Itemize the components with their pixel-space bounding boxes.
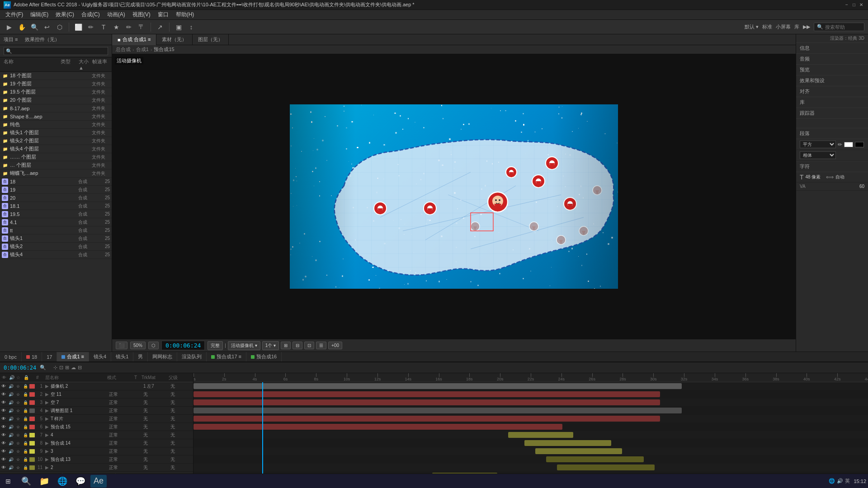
list-item[interactable]: 合 19.5 合成 25 (0, 210, 112, 218)
audio-icon[interactable]: 🔊 (7, 417, 14, 421)
list-item[interactable]: 合 镜头1 合成 25 (0, 235, 112, 243)
list-item[interactable]: 📁 镜头4 个图层 文件夹 (0, 145, 112, 153)
close-button[interactable]: ✕ (858, 2, 864, 8)
paragraph-section[interactable]: 段落 (796, 128, 868, 139)
solo-icon[interactable]: ☆ (14, 425, 22, 429)
track-bar[interactable] (193, 391, 660, 397)
btab-precomp16[interactable]: 预合成16 (246, 352, 282, 362)
layer-mode[interactable]: 正常 (109, 465, 136, 471)
track-bar[interactable] (193, 408, 682, 413)
tool-rotate[interactable]: ↩ (42, 22, 52, 33)
timeline-search-btn[interactable]: 🔍 (40, 365, 46, 371)
effects-presets-section[interactable]: 效果和预设 (796, 75, 868, 86)
menu-composition[interactable]: 合成(C) (78, 10, 104, 19)
list-item[interactable]: 📁 20 个图层 文件夹 (0, 96, 112, 104)
tl-layer-row[interactable]: 👁 🔊 ☆ 🔒 6 ▶ 预合成 15 正常 无 无 (0, 423, 193, 431)
tl-layer-row[interactable]: 👁 🔊 ☆ 🔒 2 ▶ 空 11 正常 无 无 (0, 390, 193, 399)
lock-icon[interactable]: 🔒 (22, 457, 29, 462)
audio-icon[interactable]: 🔊 (7, 384, 14, 389)
layer-mode[interactable]: 正常 (109, 456, 136, 463)
expand-arrow[interactable]: ▶ (44, 408, 50, 413)
vis-icon[interactable]: 👁 (0, 465, 7, 470)
track-bar[interactable] (546, 456, 644, 462)
menu-window[interactable]: 窗口 (154, 10, 172, 19)
tool-3d[interactable]: ↕ (186, 22, 197, 33)
vis-icon[interactable]: 👁 (0, 392, 7, 397)
leading-value[interactable]: 自动 (835, 174, 844, 180)
taskbar-app-search[interactable]: 🔍 (18, 475, 34, 488)
lock-icon[interactable]: 🔒 (22, 425, 29, 429)
layer-parent[interactable]: 无 (170, 424, 193, 430)
lock-icon[interactable]: 🔒 (22, 392, 29, 397)
tl-layer-row[interactable]: 👁 🔊 ☆ 🔒 4 ▶ 调整图层 1 正常 无 无 (0, 407, 193, 415)
layer-trkmat[interactable]: 无 (143, 391, 170, 398)
color-swatch-black[interactable] (855, 142, 864, 147)
audio-icon[interactable]: 🔊 (7, 400, 14, 405)
expand-arrow[interactable]: ▶ (44, 392, 50, 397)
tl-btn-motionblur[interactable]: ☁ (71, 365, 76, 371)
layer-trkmat[interactable]: 无 (143, 416, 170, 422)
expand-arrow[interactable]: ▶ (44, 400, 50, 405)
view-btn-2[interactable]: ⊟ (292, 342, 302, 349)
expand-arrow[interactable]: ▶ (44, 449, 50, 454)
tl-layer-row[interactable]: 👁 🔊 ☆ 🔒 1 ▶ 摄像机 2 1 左7 无 (0, 382, 193, 390)
lock-icon[interactable]: 🔒 (22, 441, 29, 446)
tool-zoom[interactable]: 🔍 (29, 22, 40, 33)
menu-view[interactable]: 视图(V) (129, 10, 154, 19)
zoom-level[interactable]: 50% (130, 342, 146, 349)
list-item[interactable]: 📁 镜头2 个图层 文件夹 (0, 137, 112, 145)
tl-layer-row[interactable]: 👁 🔊 ☆ 🔒 7 ▶ 4 正常 无 无 (0, 431, 193, 439)
quality-select[interactable]: 完整 (208, 341, 223, 350)
workspace-small[interactable]: 小屏幕 (776, 23, 791, 30)
maximize-button[interactable]: □ (851, 2, 857, 8)
workspace-library[interactable]: 库 (794, 23, 799, 30)
breadcrumb-total-comp[interactable]: 总合成 (116, 46, 131, 53)
library-section[interactable]: 库 (796, 97, 868, 108)
solo-icon[interactable]: ☆ (14, 433, 22, 437)
view-btn-3[interactable]: ⊡ (304, 342, 314, 349)
btab-18[interactable]: 18 (22, 352, 42, 362)
solo-icon[interactable]: ☆ (14, 400, 22, 405)
layer-mode[interactable]: 正常 (109, 440, 136, 446)
exposure-btn[interactable]: +00 (328, 342, 342, 349)
list-item[interactable]: 📁 Shape 8....aep 文件夹 (0, 113, 112, 121)
project-search-input[interactable] (4, 47, 108, 55)
menu-file[interactable]: 文件(F) (2, 10, 27, 19)
breadcrumb-comp1[interactable]: 合成1 (136, 46, 149, 53)
list-item[interactable]: 📁 …… 个图层 文件夹 (0, 153, 112, 161)
expand-arrow[interactable]: ▶ (44, 457, 50, 462)
character-select[interactable]: 相体 (800, 151, 836, 159)
track-bar[interactable] (193, 424, 562, 430)
taskbar-clock[interactable]: 15:12 (854, 479, 866, 484)
solo-icon[interactable]: ☆ (14, 449, 22, 454)
solo-icon[interactable]: ☆ (14, 384, 22, 389)
audio-icon[interactable]: 🔊 (7, 441, 14, 446)
audio-section[interactable]: 音频 (796, 54, 868, 65)
tool-text[interactable]: T (98, 22, 109, 33)
tool-puppet[interactable]: ↗ (155, 22, 165, 33)
layer-trkmat[interactable]: 无 (143, 432, 170, 438)
vis-icon[interactable]: 👁 (0, 416, 7, 421)
vis-icon[interactable]: 👁 (0, 408, 7, 413)
layer-parent[interactable]: 无 (170, 465, 193, 471)
viewer-tab-comp[interactable]: ■ 合成 合成1 ≡ (112, 34, 156, 45)
paragraph-select[interactable]: 平方 (800, 141, 836, 148)
taskbar-app-ae[interactable]: Ae (90, 475, 107, 488)
lock-icon[interactable]: 🔒 (22, 449, 29, 454)
edit-icon[interactable]: ✏ (838, 141, 842, 148)
track-bar[interactable] (535, 448, 622, 454)
track-bar[interactable] (508, 432, 573, 438)
list-item[interactable]: 合 镜头4 合成 25 (0, 251, 112, 259)
vis-icon[interactable]: 👁 (0, 424, 7, 429)
lock-icon[interactable]: 🔒 (22, 408, 29, 413)
align-section[interactable]: 对齐 (796, 86, 868, 97)
preview-area[interactable]: 活动摄像机 (112, 54, 796, 339)
layer-mode[interactable]: 正常 (109, 391, 136, 398)
layer-parent[interactable]: 无 (170, 416, 193, 422)
layer-trkmat[interactable]: 无 (143, 448, 170, 455)
list-item[interactable]: 合 18.1 合成 25 (0, 202, 112, 210)
layer-parent[interactable]: 无 (170, 432, 193, 438)
layer-trkmat[interactable]: 无 (143, 465, 170, 471)
solo-icon[interactable]: ☆ (14, 408, 22, 413)
layer-trkmat[interactable]: 无 (143, 399, 170, 406)
